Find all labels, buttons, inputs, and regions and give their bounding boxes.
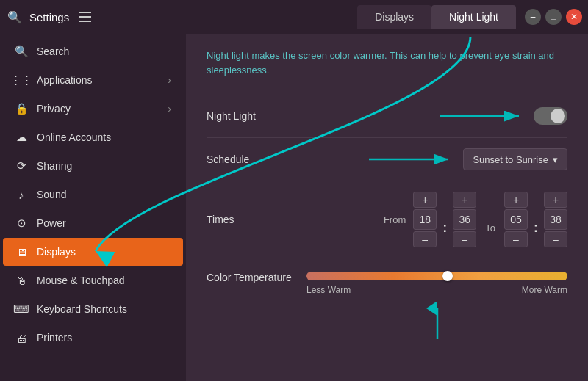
times-label: Times xyxy=(207,214,295,225)
minimize-button[interactable]: – xyxy=(525,9,541,25)
less-warm-label: Less Warm xyxy=(306,285,351,295)
privacy-icon: 🔒 xyxy=(15,102,28,115)
to-minute-decrement[interactable]: – xyxy=(544,231,567,247)
to-label: To xyxy=(485,222,495,233)
from-hour-group: + 18 – xyxy=(413,192,437,247)
sidebar-item-sound[interactable]: ♪ Sound xyxy=(3,181,183,208)
sidebar-item-label: Privacy xyxy=(37,103,159,115)
tab-bar: Displays Night Light xyxy=(357,5,516,29)
to-hour-value: 05 xyxy=(504,209,528,230)
power-icon: ⊙ xyxy=(15,217,28,230)
sidebar-item-search[interactable]: 🔍 Search xyxy=(3,37,183,65)
from-label: From xyxy=(384,214,406,225)
from-hour-decrement[interactable]: – xyxy=(413,231,437,247)
printers-icon: 🖨 xyxy=(15,331,28,344)
arrow-to-toggle xyxy=(440,105,528,127)
time-colon-2: : xyxy=(534,220,538,236)
arrow-to-slider xyxy=(306,302,567,339)
applications-icon: ⋮⋮ xyxy=(15,73,28,87)
from-hour-value: 18 xyxy=(413,209,437,230)
to-hour-increment[interactable]: + xyxy=(504,192,528,208)
color-temperature-labels: Less Warm More Warm xyxy=(306,285,567,295)
to-hour-group: + 05 – xyxy=(504,192,528,247)
color-temperature-area: Less Warm More Warm xyxy=(295,272,567,339)
sidebar-item-mouse-touchpad[interactable]: 🖱 Mouse & Touchpad xyxy=(3,266,183,294)
arrow-up-to-slider xyxy=(415,302,459,339)
from-minute-value: 36 xyxy=(453,209,476,230)
time-colon-1: : xyxy=(442,220,447,236)
times-row: Times From + 18 – : + 36 – To xyxy=(207,181,567,258)
tab-night-light[interactable]: Night Light xyxy=(431,5,516,29)
sidebar-item-label: Keyboard Shortcuts xyxy=(37,303,171,315)
sidebar-item-label: Sharing xyxy=(37,160,171,172)
sidebar-item-label: Power xyxy=(37,217,171,229)
main-layout: 🔍 Search ⋮⋮ Applications › 🔒 Privacy › ☁… xyxy=(0,34,588,381)
color-temperature-label: Color Temperature xyxy=(207,272,295,283)
sidebar-item-label: Search xyxy=(37,46,171,57)
sidebar: 🔍 Search ⋮⋮ Applications › 🔒 Privacy › ☁… xyxy=(0,34,186,381)
from-hour-increment[interactable]: + xyxy=(413,192,437,208)
menu-button[interactable] xyxy=(75,7,96,27)
chevron-down-icon: ▾ xyxy=(553,154,558,165)
night-light-row: Night Light xyxy=(207,95,567,138)
chevron-right-icon: › xyxy=(168,74,171,86)
color-temperature-slider[interactable] xyxy=(306,272,567,280)
night-light-toggle-area xyxy=(295,105,567,127)
displays-icon: 🖥 xyxy=(15,245,28,258)
color-temperature-track xyxy=(306,272,567,280)
sidebar-item-displays[interactable]: 🖥 Displays xyxy=(3,238,183,266)
sidebar-item-applications[interactable]: ⋮⋮ Applications › xyxy=(3,66,183,94)
to-hour-decrement[interactable]: – xyxy=(504,231,528,247)
maximize-button[interactable]: □ xyxy=(545,9,562,25)
sidebar-item-label: Printers xyxy=(37,332,171,344)
search-icon: 🔍 xyxy=(6,8,24,26)
schedule-label: Schedule xyxy=(207,153,295,165)
title-bar: 🔍 Settings Displays Night Light – □ ✕ xyxy=(0,0,588,34)
window-controls: – □ ✕ xyxy=(525,9,582,25)
chevron-right-icon: › xyxy=(168,103,171,115)
more-warm-label: More Warm xyxy=(522,285,567,295)
sharing-icon: ⟳ xyxy=(15,159,28,173)
sidebar-item-label: Online Accounts xyxy=(37,131,171,143)
online-accounts-icon: ☁ xyxy=(15,131,28,144)
keyboard-icon: ⌨ xyxy=(15,302,28,316)
sidebar-item-label: Applications xyxy=(37,74,159,86)
sidebar-item-online-accounts[interactable]: ☁ Online Accounts xyxy=(3,123,183,151)
color-temperature-thumb[interactable] xyxy=(442,271,453,281)
arrow-to-schedule xyxy=(369,148,457,170)
content-area: Night light makes the screen color warme… xyxy=(186,34,588,381)
sidebar-item-privacy[interactable]: 🔒 Privacy › xyxy=(3,95,183,123)
sidebar-item-keyboard-shortcuts[interactable]: ⌨ Keyboard Shortcuts xyxy=(3,295,183,323)
sidebar-item-label: Mouse & Touchpad xyxy=(37,275,171,286)
night-light-description: Night light makes the screen color warme… xyxy=(207,48,567,77)
tab-displays[interactable]: Displays xyxy=(357,5,431,29)
sidebar-item-label: Sound xyxy=(37,189,171,200)
schedule-dropdown-area: Sunset to Sunrise ▾ xyxy=(295,148,567,170)
from-minute-group: + 36 – xyxy=(453,192,476,247)
sound-icon: ♪ xyxy=(15,188,28,201)
title-bar-left: 🔍 Settings xyxy=(6,7,357,27)
to-minute-value: 38 xyxy=(544,209,567,230)
to-minute-group: + 38 – xyxy=(544,192,567,247)
color-temperature-row: Color Temperature Less Warm More Warm xyxy=(207,258,567,349)
from-minute-increment[interactable]: + xyxy=(453,192,476,208)
schedule-dropdown-button[interactable]: Sunset to Sunrise ▾ xyxy=(463,148,567,170)
times-area: From + 18 – : + 36 – To + 0 xyxy=(295,192,567,247)
app-title: Settings xyxy=(29,11,69,23)
night-light-toggle[interactable] xyxy=(534,107,567,125)
night-light-label: Night Light xyxy=(207,110,295,122)
sidebar-item-printers[interactable]: 🖨 Printers xyxy=(3,324,183,352)
toggle-knob xyxy=(551,109,565,123)
schedule-row: Schedule Sunset to Sunrise ▾ xyxy=(207,138,567,181)
sidebar-item-power[interactable]: ⊙ Power xyxy=(3,209,183,237)
sidebar-item-label: Displays xyxy=(37,246,171,258)
schedule-value: Sunset to Sunrise xyxy=(473,154,548,165)
to-minute-increment[interactable]: + xyxy=(544,192,567,208)
sidebar-item-sharing[interactable]: ⟳ Sharing xyxy=(3,152,183,180)
search-icon: 🔍 xyxy=(15,45,28,58)
close-button[interactable]: ✕ xyxy=(566,9,582,25)
mouse-icon: 🖱 xyxy=(15,274,28,287)
from-minute-decrement[interactable]: – xyxy=(453,231,476,247)
